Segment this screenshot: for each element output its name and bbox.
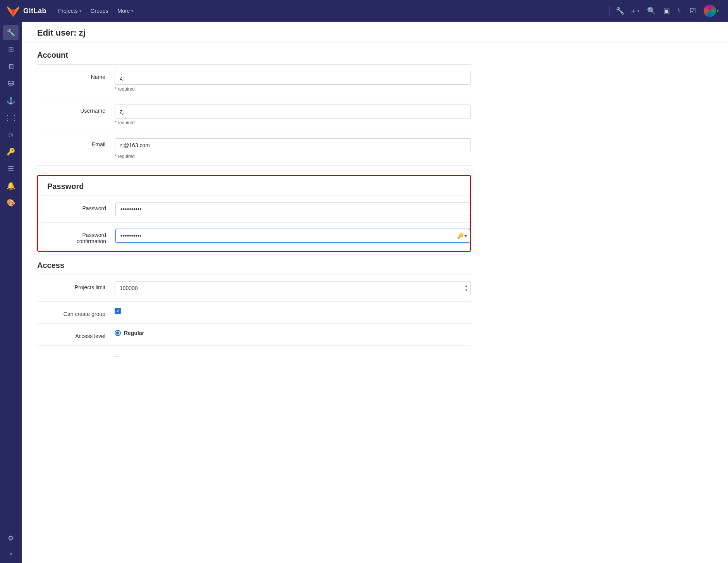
page-header: Edit user: zj [22, 22, 728, 43]
sidebar-item-messages[interactable] [3, 76, 19, 91]
dropdown-chevron-icon: ▾ [464, 233, 467, 239]
can-create-group-wrap [115, 308, 471, 314]
plus-icon: ＋ [630, 6, 637, 15]
access-level-label: Access level [37, 330, 115, 339]
password-confirm-wrapper: 🔑 ▾ [115, 229, 470, 243]
panels-button[interactable]: ▣ [660, 4, 673, 17]
username-input[interactable] [115, 105, 471, 118]
sidebar-expand-button[interactable]: » [6, 548, 15, 560]
access-level-value: Regular [124, 330, 144, 336]
svg-point-1 [10, 83, 12, 84]
spinbox-down-button[interactable]: ▼ [464, 288, 469, 292]
chevron-down-icon: ▾ [131, 9, 133, 13]
name-row: Name * required [37, 65, 471, 98]
admin-wrench-icon[interactable]: 🔧 [613, 4, 627, 17]
access-section: Access Projects limit ▲ ▼ [37, 261, 471, 358]
chevron-down-icon: ▾ [717, 9, 719, 13]
todo-icon: ☑ [690, 7, 696, 15]
sidebar-item-push-rules[interactable]: 🔔 [3, 178, 19, 194]
nav-divider [609, 6, 610, 15]
email-label: Email [37, 138, 115, 148]
projects-limit-field: ▲ ▼ [115, 281, 471, 295]
username-field: * required [115, 105, 471, 125]
sidebar-item-settings[interactable]: ⚙ [3, 530, 19, 546]
page-title: Edit user: zj [37, 28, 713, 38]
sidebar-item-keys[interactable]: 🔑 [3, 144, 19, 160]
username-row: Username * required [37, 98, 471, 132]
projects-limit-row: Projects limit ▲ ▼ [37, 275, 471, 302]
access-level-radio[interactable] [115, 330, 121, 336]
username-hint: * required [115, 120, 471, 125]
sidebar-item-users[interactable]: ☺ [3, 127, 19, 142]
email-hint: * required [115, 154, 471, 159]
name-label: Name [37, 71, 115, 80]
password-confirm-input[interactable] [115, 229, 470, 243]
sidebar-item-apps[interactable]: ⋮⋮ [3, 110, 19, 125]
main-content: Edit user: zj Account Name * required Us… [22, 22, 728, 563]
spinbox-buttons: ▲ ▼ [464, 284, 469, 292]
sidebar-item-list[interactable]: ☰ [3, 161, 19, 177]
spinbox-up-button[interactable]: ▲ [464, 284, 469, 288]
can-create-group-row: Can create group [37, 302, 471, 324]
sidebar-item-appearance[interactable]: 🎨 [3, 195, 19, 211]
password-field [115, 202, 470, 216]
panels-icon: ▣ [663, 7, 670, 15]
password-confirmation-label: Passwordconfirmation [38, 229, 115, 244]
nav-projects[interactable]: Projects ▾ [54, 5, 85, 16]
logo-text: GitLab [23, 7, 46, 15]
sidebar-item-deploy[interactable]: ⚓ [3, 93, 19, 108]
password-section-title: Password [38, 182, 470, 196]
chevron-down-icon: ▾ [637, 9, 639, 13]
truncated-hint: … [37, 346, 471, 358]
search-button[interactable]: 🔍 [644, 4, 659, 17]
email-input[interactable] [115, 138, 471, 152]
projects-limit-label: Projects limit [37, 281, 115, 290]
projects-limit-input[interactable] [115, 281, 471, 295]
access-level-field: Regular [115, 330, 471, 336]
todos-button[interactable]: ☑ [687, 4, 699, 17]
password-row: Password [38, 196, 470, 223]
nav-right-actions: ＋ ▾ 🔍 ▣ ⑂ ☑ ▾ [627, 2, 722, 19]
name-field: * required [115, 71, 471, 92]
email-row: Email * required [37, 132, 471, 166]
merge-icon: ⑂ [678, 7, 682, 15]
user-menu-button[interactable]: ▾ [701, 2, 722, 19]
nav-links: Projects ▾ Groups More ▾ [54, 5, 605, 16]
password-section: Password Password Passwordconfirmation [37, 175, 471, 252]
account-section-title: Account [37, 51, 471, 65]
chevron-down-icon: ▾ [79, 9, 81, 13]
sidebar-item-admin[interactable]: 🔧 [3, 25, 19, 40]
avatar [704, 5, 716, 17]
create-new-button[interactable]: ＋ ▾ [627, 4, 642, 18]
password-confirmation-field: 🔑 ▾ [115, 229, 470, 243]
sidebar-item-monitoring[interactable]: 🖥 [3, 59, 19, 74]
search-icon: 🔍 [647, 7, 656, 15]
gitlab-logo[interactable]: GitLab [6, 4, 46, 18]
password-toggle-button[interactable]: 🔑 ▾ [457, 233, 467, 239]
access-level-row: Access level Regular [37, 324, 471, 346]
password-confirmation-row: Passwordconfirmation 🔑 ▾ [38, 223, 470, 251]
can-create-group-field [115, 308, 471, 314]
username-label: Username [37, 105, 115, 114]
projects-limit-spinbox: ▲ ▼ [115, 281, 471, 295]
name-input[interactable] [115, 71, 471, 85]
name-hint: * required [115, 86, 471, 92]
can-create-group-checkbox[interactable] [115, 308, 121, 314]
edit-user-form: Account Name * required Username * requi… [22, 43, 486, 375]
access-section-title: Access [37, 261, 471, 275]
account-section: Account Name * required Username * requi… [37, 51, 471, 166]
sidebar-item-overview[interactable]: ⊞ [3, 42, 19, 57]
email-field: * required [115, 138, 471, 159]
left-sidebar: 🔧 ⊞ 🖥 ⚓ ⋮⋮ ☺ 🔑 ☰ 🔔 🎨 ⚙ » [0, 22, 22, 563]
can-create-group-label: Can create group [37, 308, 115, 317]
key-icon: 🔑 [457, 233, 464, 239]
access-level-radio-wrap: Regular [115, 330, 471, 336]
nav-groups[interactable]: Groups [87, 5, 112, 16]
password-label: Password [38, 202, 115, 211]
password-input[interactable] [115, 202, 470, 216]
merge-requests-button[interactable]: ⑂ [675, 5, 685, 17]
top-navigation: GitLab Projects ▾ Groups More ▾ 🔧 ＋ ▾ 🔍 … [0, 0, 728, 22]
nav-more[interactable]: More ▾ [114, 5, 137, 16]
